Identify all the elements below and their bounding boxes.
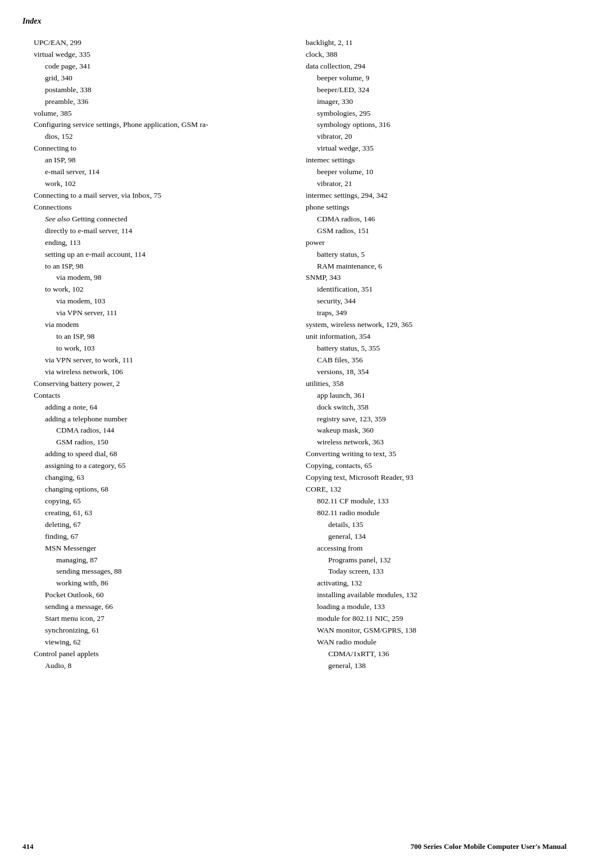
index-entry: wireless network, 363 [306, 437, 567, 448]
index-entry: battery status, 5, 355 [306, 343, 567, 355]
index-entry: to work, 103 [34, 343, 283, 355]
index-entry: Today screen, 133 [306, 566, 567, 578]
index-entry: 802.11 CF module, 133 [306, 496, 567, 507]
index-entry: synchronizing, 61 [34, 625, 283, 637]
index-entry: adding a note, 64 [34, 402, 283, 413]
index-entry: backlight, 2, 11 [306, 37, 567, 49]
index-entry: vibrator, 21 [306, 178, 567, 190]
see-also-label: See also [45, 215, 72, 223]
index-entry: CORE, 132 [306, 484, 567, 496]
index-entry: unit information, 354 [306, 331, 567, 343]
index-entry: utilities, 358 [306, 378, 567, 390]
index-entry: Conserving battery power, 2 [34, 378, 283, 390]
index-entry: via modem, 98 [34, 272, 283, 284]
index-entry: Audio, 8 [34, 660, 283, 672]
index-entry: virtual wedge, 335 [34, 49, 283, 61]
page-header: Index [0, 17, 589, 31]
index-entry: Control panel applets [34, 648, 283, 660]
index-entry: app launch, 361 [306, 390, 567, 402]
page-footer: 414 700 Series Color Mobile Computer Use… [0, 842, 589, 851]
index-entry: See also Getting connected [34, 213, 283, 225]
right-column: backlight, 2, 11clock, 388data collectio… [294, 37, 589, 672]
header-title: Index [22, 17, 41, 25]
index-entry: virtual wedge, 335 [306, 143, 567, 154]
index-entry: accessing from [306, 543, 567, 555]
index-entry: vibrator, 20 [306, 131, 567, 143]
index-entry: intermec settings, 294, 342 [306, 190, 567, 202]
index-entry: grid, 340 [34, 72, 283, 84]
index-entry: Connections [34, 202, 283, 213]
index-entry: general, 134 [306, 531, 567, 543]
index-entry: symbologies, 295 [306, 108, 567, 120]
index-entry: an ISP, 98 [34, 154, 283, 166]
index-entry: Connecting to [34, 143, 283, 154]
index-entry: postamble, 338 [34, 84, 283, 96]
index-entry: CDMA radios, 146 [306, 213, 567, 225]
index-entry: module for 802.11 NIC, 259 [306, 613, 567, 625]
index-entry: security, 344 [306, 296, 567, 307]
page: Index UPC/EAN, 299virtual wedge, 335code… [0, 0, 589, 868]
index-entry: via wireless network, 106 [34, 366, 283, 378]
index-entry: GSM radios, 150 [34, 437, 283, 448]
index-entry: WAN radio module [306, 637, 567, 648]
index-entry: CAB files, 356 [306, 355, 567, 366]
index-entry: Converting writing to text, 35 [306, 448, 567, 460]
index-entry: general, 138 [306, 660, 567, 672]
index-entry: work, 102 [34, 178, 283, 190]
index-entry: 802.11 radio module [306, 507, 567, 519]
index-entry: CDMA radios, 144 [34, 425, 283, 437]
index-entry: via VPN server, to work, 111 [34, 355, 283, 366]
index-entry: via modem [34, 319, 283, 331]
index-entry: power [306, 237, 567, 249]
index-entry: changing options, 68 [34, 484, 283, 496]
footer-page-number: 414 [22, 842, 34, 851]
index-entry: working with, 86 [34, 578, 283, 589]
index-entry: imager, 330 [306, 96, 567, 108]
index-entry: to an ISP, 98 [34, 261, 283, 272]
index-entry: ending, 113 [34, 237, 283, 249]
index-entry: Contacts [34, 390, 283, 402]
index-entry: traps, 349 [306, 307, 567, 319]
index-entry: symbology options, 316 [306, 119, 567, 131]
index-entry: creating, 61, 63 [34, 507, 283, 519]
index-entry: system, wireless network, 129, 365 [306, 319, 567, 331]
index-entry: sending messages, 88 [34, 566, 283, 578]
index-entry: volume, 385 [34, 108, 283, 120]
index-entry: loading a module, 133 [306, 601, 567, 613]
index-entry: beeper/LED, 324 [306, 84, 567, 96]
index-entry: activating, 132 [306, 578, 567, 589]
index-entry: Copying, contacts, 65 [306, 460, 567, 472]
index-entry: to work, 102 [34, 284, 283, 296]
index-entry: adding to speed dial, 68 [34, 448, 283, 460]
footer-book-title: 700 Series Color Mobile Computer User's … [410, 842, 567, 851]
index-entry: setting up an e-mail account, 114 [34, 249, 283, 261]
index-entry: identification, 351 [306, 284, 567, 296]
index-entry: changing, 63 [34, 472, 283, 484]
index-entry: sending a message, 66 [34, 601, 283, 613]
index-entry: UPC/EAN, 299 [34, 37, 283, 49]
index-entry: viewing, 62 [34, 637, 283, 648]
index-entry: Connecting to a mail server, via Inbox, … [34, 190, 283, 202]
index-entry: versions, 18, 354 [306, 366, 567, 378]
index-entry: SNMP, 343 [306, 272, 567, 284]
index-entry: battery status, 5 [306, 249, 567, 261]
index-entry: via modem, 103 [34, 296, 283, 307]
index-entry: Copying text, Microsoft Reader, 93 [306, 472, 567, 484]
index-entry: phone settings [306, 202, 567, 213]
index-entry: RAM maintenance, 6 [306, 261, 567, 272]
index-entry: Configuring service settings, Phone appl… [34, 119, 283, 131]
index-entry: to an ISP, 98 [34, 331, 283, 343]
see-also-text: Getting connected [72, 215, 128, 223]
index-entry: copying, 65 [34, 496, 283, 507]
index-entry: directly to e-mail server, 114 [34, 225, 283, 237]
index-entry: Programs panel, 132 [306, 555, 567, 566]
index-entry: intemec settings [306, 154, 567, 166]
index-entry: clock, 388 [306, 49, 567, 61]
index-entry: Start menu icon, 27 [34, 613, 283, 625]
index-entry: beeper volume, 10 [306, 166, 567, 178]
index-entry: managing, 87 [34, 555, 283, 566]
content-area: UPC/EAN, 299virtual wedge, 335code page,… [0, 31, 589, 672]
index-entry: finding, 67 [34, 531, 283, 543]
index-entry: CDMA/1xRTT, 136 [306, 648, 567, 660]
index-entry: beeper volume, 9 [306, 72, 567, 84]
